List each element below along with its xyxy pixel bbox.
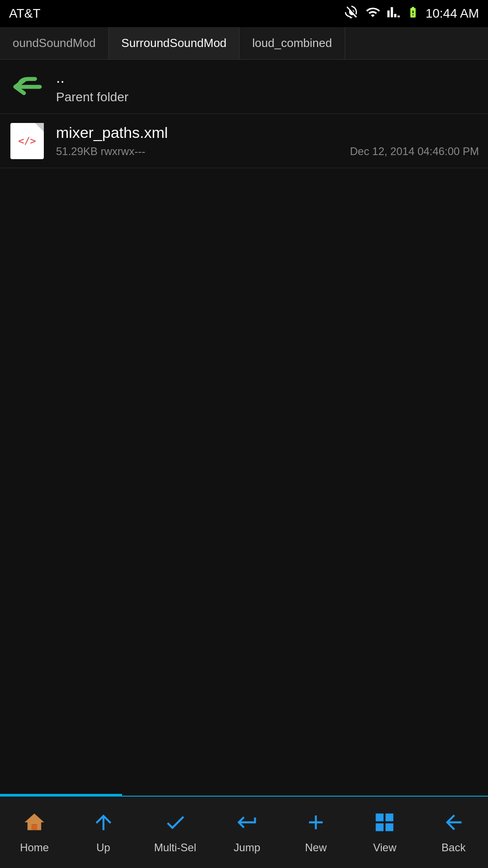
- nav-multisel[interactable]: Multi-Sel: [145, 806, 205, 859]
- nav-view-label: View: [373, 841, 397, 854]
- nav-jump-label: Jump: [234, 841, 260, 854]
- wifi-icon: [365, 5, 380, 23]
- nav-home-label: Home: [20, 841, 49, 854]
- mute-icon: [344, 5, 359, 23]
- nav-jump[interactable]: Jump: [220, 806, 274, 859]
- signal-icon: [387, 5, 400, 23]
- multisel-icon: [164, 811, 187, 838]
- nav-up[interactable]: Up: [76, 806, 131, 859]
- back-nav-icon: [442, 811, 465, 838]
- carrier-text: AT&T: [9, 6, 40, 21]
- xml-file-icon: </>: [9, 123, 45, 159]
- parent-dots: ..: [56, 69, 479, 86]
- up-arrow-icon: [92, 811, 115, 838]
- tab-bar: oundSoundMod SurroundSoundMod loud_combi…: [0, 27, 488, 60]
- nav-home[interactable]: Home: [7, 806, 61, 859]
- status-icons: 10:44 AM: [344, 5, 479, 23]
- file-date-mixer: Dec 12, 2014 04:46:00 PM: [350, 145, 479, 158]
- parent-folder-label: Parent folder: [56, 90, 479, 104]
- file-list: .. Parent folder </> mixer_paths.xml 51.…: [0, 60, 488, 796]
- bottom-nav-bar: Home Up Multi-Sel Jump: [0, 796, 488, 868]
- file-meta-mixer: 51.29KB rwxrwx---: [56, 145, 145, 158]
- svg-rect-0: [32, 824, 38, 830]
- nav-back[interactable]: Back: [427, 806, 481, 859]
- nav-back-label: Back: [441, 841, 465, 854]
- nav-view[interactable]: View: [357, 806, 412, 859]
- file-info-mixer: mixer_paths.xml 51.29KB rwxrwx--- Dec 12…: [56, 124, 479, 158]
- nav-up-label: Up: [96, 841, 110, 854]
- time-display: 10:44 AM: [426, 6, 479, 21]
- battery-icon: [407, 5, 419, 23]
- nav-new-label: New: [305, 841, 327, 854]
- tab-item-2[interactable]: SurroundSoundMod: [109, 27, 240, 59]
- parent-folder-info: .. Parent folder: [56, 69, 479, 104]
- file-row-mixer[interactable]: </> mixer_paths.xml 51.29KB rwxrwx--- De…: [0, 114, 488, 168]
- status-bar: AT&T 10:44 AM: [0, 0, 488, 27]
- file-name-mixer: mixer_paths.xml: [56, 124, 479, 142]
- jump-icon: [235, 811, 259, 838]
- nav-new[interactable]: New: [289, 806, 343, 859]
- nav-multisel-label: Multi-Sel: [154, 841, 196, 854]
- back-arrow-icon: [9, 69, 45, 105]
- view-grid-icon: [373, 811, 396, 838]
- home-icon: [23, 811, 46, 838]
- new-plus-icon: [304, 811, 328, 838]
- parent-folder-row[interactable]: .. Parent folder: [0, 60, 488, 114]
- tab-item-1[interactable]: oundSoundMod: [0, 27, 109, 59]
- tab-item-3[interactable]: loud_combined: [239, 27, 345, 59]
- xml-icon-text: </>: [18, 135, 36, 146]
